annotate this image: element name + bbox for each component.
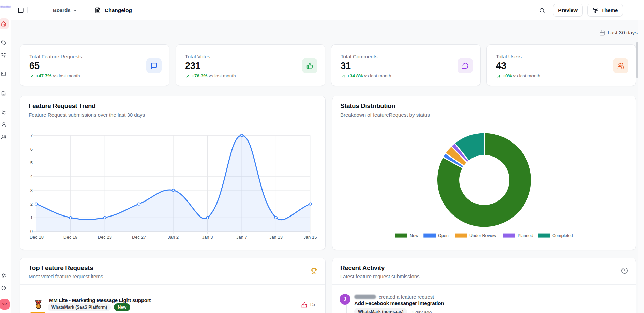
svg-text:0: 0 (30, 229, 33, 234)
svg-text:Jan 3: Jan 3 (202, 235, 213, 240)
svg-text:New: New (410, 233, 419, 238)
svg-text:3: 3 (30, 188, 33, 193)
svg-text:Open: Open (438, 233, 449, 238)
svg-text:Dec 19: Dec 19 (63, 235, 77, 240)
svg-text:2: 2 (30, 202, 33, 207)
svg-text:Jan 13: Jan 13 (269, 235, 283, 240)
svg-text:7: 7 (30, 133, 33, 138)
svg-text:Jan 2: Jan 2 (168, 235, 179, 240)
svg-text:Dec 27: Dec 27 (132, 235, 146, 240)
svg-text:4: 4 (30, 174, 33, 179)
svg-text:5: 5 (30, 160, 33, 165)
svg-text:Dec 18: Dec 18 (30, 235, 44, 240)
svg-text:Planned: Planned (518, 233, 533, 238)
svg-text:Jan 7: Jan 7 (236, 235, 247, 240)
svg-text:1: 1 (30, 215, 33, 220)
svg-text:Dec 23: Dec 23 (98, 235, 112, 240)
svg-text:Under Review: Under Review (469, 233, 496, 238)
svg-text:Jan 15: Jan 15 (303, 235, 317, 240)
svg-text:6: 6 (30, 147, 33, 152)
svg-text:Completed: Completed (552, 233, 573, 238)
